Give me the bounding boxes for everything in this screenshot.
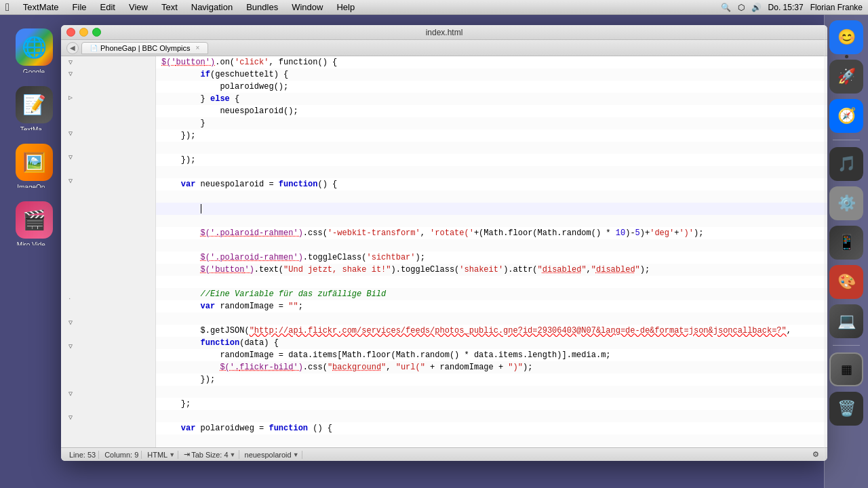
- menu-window[interactable]: Window: [289, 2, 326, 12]
- safari-icon: 🧭: [837, 107, 856, 125]
- menu-text[interactable]: Text: [159, 2, 180, 12]
- function-label: neuespolaroid: [245, 451, 292, 459]
- code-token: "": [288, 300, 298, 312]
- code-token: ,: [587, 264, 591, 276]
- sidebar-app-textmate[interactable]: 📝 TextMa...: [12, 86, 56, 130]
- menu-help[interactable]: Help: [334, 2, 357, 12]
- dock-dev[interactable]: 💻: [829, 304, 863, 338]
- spotlight-icon[interactable]: 🔍: [721, 3, 731, 12]
- menu-textmate[interactable]: TextMate: [20, 2, 62, 12]
- code-line-2: if(geschuettelt) {: [156, 68, 827, 81]
- function-arrow: ▼: [293, 451, 299, 458]
- code-token: (: [391, 349, 395, 361]
- close-button[interactable]: [66, 28, 75, 37]
- fold-arrow-2[interactable]: ▽: [66, 70, 75, 78]
- maximize-button[interactable]: [92, 28, 101, 37]
- dock-apps[interactable]: 📱: [829, 226, 863, 260]
- code-token: });: [161, 129, 195, 142]
- menu-view[interactable]: View: [126, 2, 151, 12]
- code-line-32: [156, 434, 827, 447]
- gutter-row-32: [61, 424, 155, 435]
- code-line-21: var randomImage = "";: [156, 300, 827, 312]
- sidebar-app-chrome[interactable]: 🌐 GoogleChrome: [12, 28, 56, 73]
- code-token: [161, 68, 201, 81]
- status-options[interactable]: ⚙: [810, 450, 822, 459]
- code-line-12: [156, 190, 827, 203]
- code-token: "disabled": [591, 264, 640, 276]
- miro-icon: 🎬: [22, 201, 46, 239]
- fold-arrow-4[interactable]: ▷: [66, 94, 75, 102]
- code-token: neuespolaroid();: [161, 105, 298, 117]
- code-line-17: $('.polaroid-rahmen').toggleClass('sicht…: [156, 251, 827, 264]
- code-token: );: [416, 251, 425, 264]
- code-token: +: [674, 227, 679, 239]
- code-token: Math.random: [538, 227, 591, 239]
- code-token: neuespolaroid =: [195, 178, 278, 190]
- fold-arrow-31[interactable]: ▽: [66, 413, 75, 422]
- window-titlebar: index.html: [61, 25, 827, 40]
- code-token: (: [532, 227, 537, 239]
- sidebar-app-imageoptim[interactable]: 🖼️ ImageOp...: [12, 144, 56, 188]
- options-icon: ⚙: [812, 450, 819, 459]
- menu-edit[interactable]: Edit: [98, 2, 118, 12]
- code-line-22: [156, 312, 827, 325]
- dock-launchpad[interactable]: 🚀: [829, 60, 863, 94]
- browser-tab[interactable]: 📄 PhoneGap | BBC Olympics ×: [81, 42, 208, 54]
- dock-checkerboard[interactable]: ▦: [829, 352, 863, 386]
- code-line-27: });: [156, 373, 827, 386]
- status-bar: Line: 53 Column: 9 HTML ▼ ⇥ Tab Size: 4 …: [61, 447, 827, 461]
- dock-safari[interactable]: 🧭: [829, 99, 863, 133]
- fold-arrow-29[interactable]: ▽: [66, 390, 75, 398]
- code-token: $('button'): [161, 56, 215, 68]
- dock-finder[interactable]: 😊: [829, 20, 863, 54]
- code-token: )+: [640, 227, 650, 239]
- fold-arrow-1[interactable]: ▽: [66, 58, 75, 66]
- editor-code[interactable]: $('button').on('click', function() { if(…: [156, 56, 827, 447]
- status-syntax[interactable]: HTML ▼: [144, 451, 178, 459]
- code-line-29: };: [156, 398, 827, 410]
- minimize-button[interactable]: [79, 28, 88, 37]
- back-button[interactable]: ◀: [66, 42, 79, 54]
- code-token: "http://api.flickr.com/services/feeds/ph…: [250, 325, 787, 337]
- sidebar-app-miro[interactable]: 🎬 Miro Vide...: [12, 201, 56, 245]
- tab-size-value: Tab Size: 4: [191, 451, 228, 459]
- code-token: [161, 178, 181, 190]
- code-token: "background": [328, 361, 386, 373]
- fold-arrow-11[interactable]: ▽: [66, 177, 75, 185]
- gutter-row-22: [61, 305, 155, 317]
- code-line-19: [156, 276, 827, 288]
- menu-bundles[interactable]: Bundles: [243, 2, 281, 12]
- code-token: );: [694, 227, 703, 239]
- gutter-row-21: ·: [61, 293, 155, 305]
- menu-navigation[interactable]: Navigation: [189, 2, 235, 12]
- status-function[interactable]: neuespolaroid ▼: [242, 451, 302, 459]
- gutter-row-29: ▽: [61, 388, 155, 400]
- code-line-15: $('.polaroid-rahmen').css('-webkit-trans…: [156, 227, 827, 239]
- code-line-16: [156, 239, 827, 251]
- system-prefs-icon: ⚙️: [837, 195, 856, 212]
- code-token: Math.random: [396, 349, 450, 361]
- gutter-row-17: [61, 246, 155, 258]
- gutter-row-3: [61, 80, 155, 92]
- fold-arrow-9[interactable]: ▽: [66, 153, 75, 161]
- fold-arrow-23[interactable]: ▽: [66, 319, 75, 327]
- fold-arrow-25[interactable]: ▽: [66, 342, 75, 350]
- code-token: "url(": [396, 361, 425, 373]
- dock-itunes[interactable]: 🎵: [829, 147, 863, 181]
- status-tab-size[interactable]: ⇥ Tab Size: 4 ▼: [181, 450, 239, 459]
- code-token: .text(: [254, 264, 283, 276]
- dock-trash[interactable]: 🗑️: [829, 392, 863, 426]
- tab-close-icon[interactable]: ×: [195, 44, 199, 52]
- code-token: var: [181, 422, 196, 434]
- menu-file[interactable]: File: [70, 2, 90, 12]
- code-line-28: [156, 386, 827, 398]
- code-token: }: [161, 93, 210, 105]
- gutter-row-19: [61, 270, 155, 281]
- code-token: () {: [308, 422, 332, 434]
- editor-container[interactable]: ▽ ▽ ▷ ▽ ▽ ▽: [61, 56, 827, 447]
- dock-color[interactable]: 🎨: [829, 265, 863, 299]
- fold-arrow-7[interactable]: ▽: [66, 129, 75, 138]
- dock-system-prefs[interactable]: ⚙️: [829, 186, 863, 220]
- apple-menu[interactable]: : [5, 1, 9, 14]
- code-token: ,: [787, 325, 791, 337]
